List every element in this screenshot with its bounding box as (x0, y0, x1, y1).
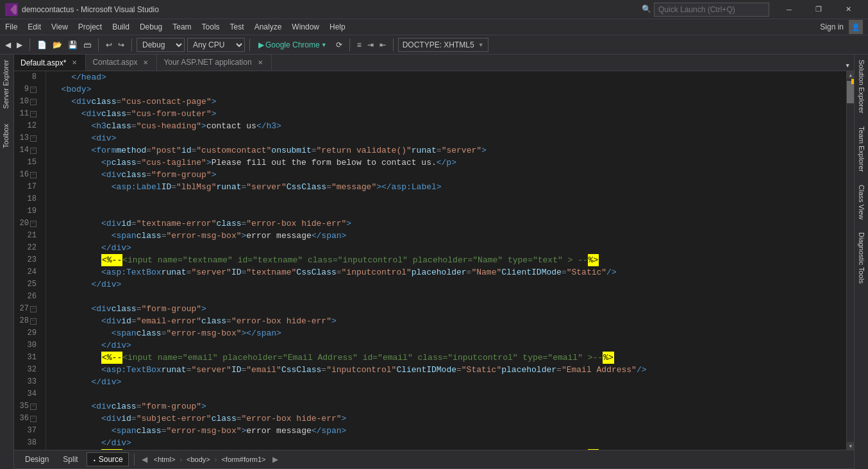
bottom-sep (134, 454, 135, 465)
ln-20: 20− (14, 217, 40, 230)
breadcrumb-body[interactable]: <body> (185, 455, 212, 464)
breadcrumb: ◀ <html> › <body> › <form#form1> ▶ (140, 455, 280, 464)
sign-in-link[interactable]: Sign in (820, 22, 844, 31)
scroll-up-btn[interactable]: ▲ (847, 71, 854, 79)
solution-explorer-tab[interactable]: Solution Explorer (856, 55, 867, 119)
code-line-35: <div class="form-group"> (51, 400, 846, 413)
tab-label: Contact.aspx (92, 58, 137, 67)
restore-button[interactable]: ❐ (804, 0, 833, 19)
code-line-36: <div id="subject-error" class="error-box… (51, 413, 846, 425)
menu-debug[interactable]: Debug (135, 19, 167, 35)
save-button[interactable]: 💾 (65, 38, 80, 52)
menu-team[interactable]: Team (167, 19, 196, 35)
quick-launch-input[interactable] (654, 3, 769, 17)
ln-19: 19 (14, 205, 40, 217)
source-label: Source (99, 455, 123, 464)
ln-17: 17 (14, 181, 40, 193)
scroll-down-btn[interactable]: ▼ (847, 442, 854, 450)
menu-window[interactable]: Window (287, 19, 324, 35)
code-line-20: <div id="textname-error" class="error-bo… (51, 217, 846, 230)
tab-close-contact[interactable]: ✕ (141, 58, 150, 67)
ln-14: 14− (14, 144, 40, 157)
ln-34: 34 (14, 388, 40, 400)
format-button[interactable]: ≡ (355, 38, 364, 52)
team-explorer-tab[interactable]: Team Explorer (856, 121, 867, 177)
menu-test[interactable]: Test (225, 19, 249, 35)
tab-scroll-right[interactable]: ▾ (841, 60, 854, 71)
sep4 (249, 38, 250, 51)
code-line-23: <%--<input name="textname" id="textname"… (51, 254, 846, 266)
tab-close-asp[interactable]: ✕ (256, 58, 265, 67)
menu-build[interactable]: Build (107, 19, 135, 35)
toolbox-tab[interactable]: Toolbox (0, 119, 13, 153)
outdent-button[interactable]: ⇤ (377, 38, 388, 52)
new-file-button[interactable]: 📄 (35, 38, 49, 52)
indent-button[interactable]: ⇥ (365, 38, 376, 52)
code-line-37: <span class="error-msg-box">error messag… (51, 425, 846, 437)
menu-analyze[interactable]: Analyze (249, 19, 287, 35)
run-button[interactable]: ▶ Google Chrome ▼ (255, 39, 331, 51)
back-button[interactable]: ◀ (3, 38, 13, 52)
tab-label: Your ASP.NET application (163, 58, 251, 67)
tab-default-aspx[interactable]: Default.aspx* ✕ (14, 55, 86, 71)
close-button[interactable]: ✕ (833, 0, 863, 19)
ln-32: 32 (14, 364, 40, 376)
scroll-thumb[interactable] (847, 81, 854, 103)
menu-help[interactable]: Help (324, 19, 351, 35)
undo-button[interactable]: ↩ (103, 38, 115, 52)
tab-asp-app[interactable]: Your ASP.NET application ✕ (157, 55, 271, 71)
code-line-29: <span class="error-msg-box"></span> (51, 327, 846, 339)
server-explorer-tab[interactable]: Server Explorer (0, 55, 13, 114)
breadcrumb-form[interactable]: <form#form1> (219, 455, 267, 464)
source-view-button[interactable]: ⬩ Source (87, 452, 129, 466)
vertical-scrollbar[interactable]: ▲ ▼ (846, 71, 854, 450)
platform-dropdown[interactable]: Any CPU x86 x64 (187, 38, 245, 52)
minimize-button[interactable]: ─ (774, 0, 804, 19)
refresh-button[interactable]: ⟳ (333, 38, 345, 52)
menu-edit[interactable]: Edit (22, 19, 46, 35)
breadcrumb-html[interactable]: <html> (152, 455, 178, 464)
ln-27: 27− (14, 303, 40, 315)
diagnostic-tools-tab[interactable]: Diagnostic Tools (856, 227, 867, 289)
window-controls: ─ ❐ ✕ (774, 0, 863, 19)
tab-bar: Default.aspx* ✕ Contact.aspx ✕ Your ASP.… (14, 55, 854, 71)
vs-logo (5, 3, 18, 16)
menu-file[interactable]: File (0, 19, 22, 35)
code-line-31: <%-- <input name="email" placeholder="Em… (51, 352, 846, 364)
design-view-button[interactable]: Design (19, 452, 54, 466)
menu-project[interactable]: Project (73, 19, 107, 35)
ln-28: 28− (14, 315, 40, 327)
redo-button[interactable]: ↪ (115, 38, 127, 52)
ln-35: 35− (14, 400, 40, 413)
save-all-button[interactable]: 🗃 (81, 38, 94, 52)
forward-button[interactable]: ▶ (14, 38, 25, 52)
debug-config-dropdown[interactable]: Debug Release (137, 38, 185, 52)
sep6 (393, 38, 394, 51)
menu-tools[interactable]: Tools (197, 19, 225, 35)
menu-view[interactable]: View (46, 19, 73, 35)
ln-33: 33 (14, 376, 40, 388)
sep2 (98, 38, 99, 51)
scroll-indicator (851, 79, 854, 84)
open-file-button[interactable]: 📂 (50, 38, 65, 52)
editor-layout: Server Explorer Toolbox Default.aspx* ✕ … (0, 55, 868, 469)
source-icon: ⬩ (92, 456, 97, 463)
code-content[interactable]: </head> <body> <div class="cus-contact-p… (46, 71, 846, 450)
browser-label: Google Chrome (265, 40, 320, 49)
ln-8: 8 (14, 71, 40, 83)
code-line-13: <div > (51, 132, 846, 144)
breadcrumb-prev[interactable]: ◀ (140, 455, 149, 464)
code-line-15: <p class="cus-tagline">Please fill out t… (51, 157, 846, 169)
tab-close-default[interactable]: ✕ (70, 58, 79, 67)
doctype-selector[interactable]: DOCTYPE: XHTML5 ▼ (398, 38, 488, 52)
line-numbers: 8 9− 10− 11− 12 13− 14− 15 16− 17 18 19 … (14, 71, 46, 450)
code-line-11: <div class="cus-form-outer"> (51, 108, 846, 120)
split-view-button[interactable]: Split (57, 452, 83, 466)
tab-contact-aspx[interactable]: Contact.aspx ✕ (86, 55, 157, 71)
editor-area: Default.aspx* ✕ Contact.aspx ✕ Your ASP.… (14, 55, 854, 469)
sep3 (131, 38, 132, 51)
ln-16: 16− (14, 169, 40, 181)
class-view-tab[interactable]: Class View (856, 180, 867, 225)
breadcrumb-next[interactable]: ▶ (271, 455, 280, 464)
menu-bar: File Edit View Project Build Debug Team … (0, 19, 868, 35)
